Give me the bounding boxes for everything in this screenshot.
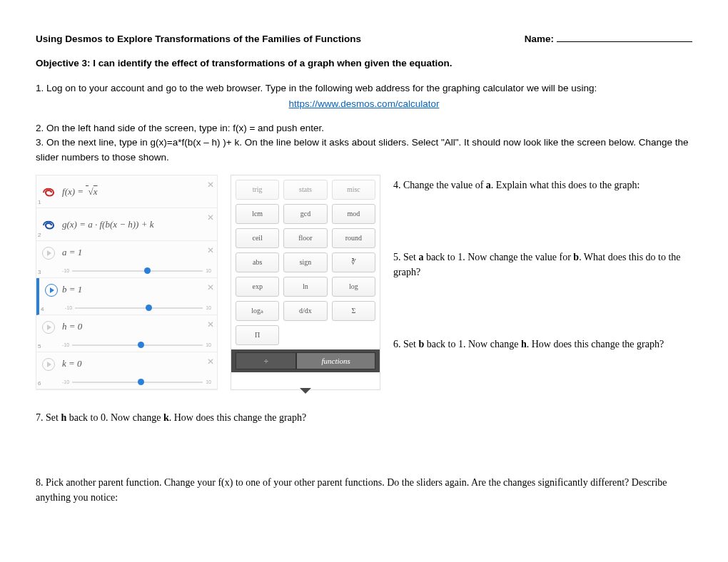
- close-icon[interactable]: ✕: [207, 281, 214, 294]
- objective-text: Objective 3: I can identify the effect o…: [36, 56, 692, 71]
- step-3: 3. On the next line, type in g(x)=a*f(b(…: [36, 136, 692, 165]
- round-button[interactable]: round: [332, 228, 375, 248]
- document-title: Using Desmos to Explore Transformations …: [36, 32, 361, 46]
- close-icon[interactable]: ✕: [207, 211, 214, 224]
- close-icon[interactable]: ✕: [207, 355, 214, 368]
- step-1: 1. Log on to your account and go to the …: [36, 81, 692, 96]
- desmos-link[interactable]: https://www.desmos.com/calculator: [36, 97, 692, 111]
- cbrt-button[interactable]: ∛: [332, 252, 375, 272]
- gcd-button[interactable]: gcd: [283, 204, 327, 224]
- name-blank-line[interactable]: [557, 41, 692, 42]
- slider-h-label: h = 0: [62, 320, 82, 334]
- question-4: 4. Change the value of a. Explain what t…: [393, 178, 692, 193]
- expression-2-text: g(x) = a · f(b(x − h)) + k: [62, 218, 153, 232]
- play-icon[interactable]: [41, 357, 56, 372]
- right-questions: 4. Change the value of a. Explain what t…: [393, 175, 692, 390]
- graph-color-icon-blue[interactable]: [41, 216, 56, 232]
- slider-row-k[interactable]: 6 k = 0 ✕ -10 10: [36, 352, 217, 389]
- trig-button[interactable]: trig: [236, 180, 279, 200]
- slider-a-label: a = 1: [62, 245, 82, 260]
- expression-1-text: f(x) = √x: [62, 185, 98, 199]
- question-6: 6. Set b back to 1. Now change h. How do…: [393, 337, 692, 352]
- keypad-tabs: ÷ functions: [231, 349, 380, 372]
- step-2: 2. On the left hand side of the screen, …: [36, 121, 692, 136]
- ln-button[interactable]: ln: [283, 277, 327, 297]
- steps-2-3: 2. On the left hand side of the screen, …: [36, 121, 692, 165]
- mod-button[interactable]: mod: [332, 204, 375, 224]
- slider-b[interactable]: -10 10: [65, 305, 211, 312]
- sign-button[interactable]: sign: [283, 252, 327, 272]
- floor-button[interactable]: floor: [283, 228, 327, 248]
- slider-k[interactable]: -10 10: [62, 379, 211, 386]
- question-7: 7. Set h back to 0. Now change k. How do…: [36, 410, 692, 425]
- graph-color-icon-red[interactable]: [41, 183, 56, 199]
- slider-row-h[interactable]: 5 h = 0 ✕ -10 10: [36, 315, 217, 352]
- expression-row-2[interactable]: 2 g(x) = a · f(b(x − h)) + k ✕: [36, 208, 217, 241]
- close-icon[interactable]: ✕: [207, 318, 214, 331]
- play-icon[interactable]: [41, 245, 56, 261]
- figure-row: 1 f(x) = √x ✕ 2 g(x) = a · f(b(x − h)) +…: [36, 175, 692, 390]
- close-icon[interactable]: ✕: [207, 244, 214, 257]
- slider-row-a[interactable]: 3 a = 1 ✕ -10 10: [36, 241, 217, 278]
- calculator-keypad: trig stats misc lcm gcd mod ceil floor r…: [231, 175, 380, 390]
- expression-row-1[interactable]: 1 f(x) = √x ✕: [36, 175, 217, 208]
- log-button[interactable]: log: [332, 277, 375, 297]
- question-5: 5. Set a back to 1. Now change the value…: [393, 250, 692, 280]
- play-icon[interactable]: [41, 320, 56, 335]
- slider-h[interactable]: -10 10: [62, 342, 211, 349]
- loga-button[interactable]: logₐ: [236, 301, 279, 321]
- ddx-button[interactable]: d/dx: [283, 301, 327, 321]
- misc-button[interactable]: misc: [332, 180, 375, 200]
- play-icon[interactable]: [44, 282, 59, 298]
- pi-product-button[interactable]: Π: [236, 325, 279, 345]
- slider-row-b[interactable]: 4 b = 1 ✕ -10 10: [36, 278, 217, 315]
- calculator-expression-panel: 1 f(x) = √x ✕ 2 g(x) = a · f(b(x − h)) +…: [36, 175, 218, 390]
- stats-button[interactable]: stats: [283, 180, 327, 200]
- keypad-row-1: trig stats misc: [236, 180, 375, 200]
- question-8: 8. Pick another parent function. Change …: [36, 475, 692, 505]
- slider-k-label: k = 0: [62, 357, 82, 371]
- abs-button[interactable]: abs: [236, 252, 279, 272]
- exp-button[interactable]: exp: [236, 277, 279, 297]
- slider-a[interactable]: -10 10: [62, 267, 211, 275]
- heading-row: Using Desmos to Explore Transformations …: [36, 32, 692, 46]
- functions-tab[interactable]: functions: [296, 352, 375, 369]
- name-field: Name:: [525, 32, 692, 46]
- lcm-button[interactable]: lcm: [236, 204, 279, 224]
- sigma-button[interactable]: Σ: [332, 301, 375, 321]
- divide-tab[interactable]: ÷: [236, 352, 296, 369]
- ceil-button[interactable]: ceil: [236, 228, 279, 248]
- close-icon[interactable]: ✕: [207, 178, 214, 191]
- slider-b-label: b = 1: [62, 282, 82, 297]
